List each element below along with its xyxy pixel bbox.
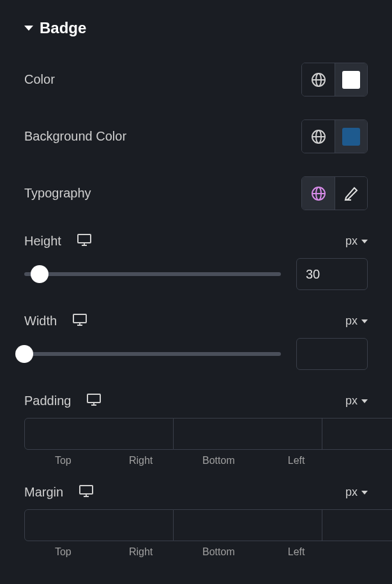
margin-unit-value: px bbox=[345, 486, 358, 499]
width-unit-value: px bbox=[345, 314, 358, 328]
margin-right-label: Right bbox=[102, 546, 180, 558]
section-title: Badge bbox=[40, 19, 86, 37]
desktop-icon[interactable] bbox=[86, 393, 102, 409]
width-unit-select[interactable]: px bbox=[345, 314, 368, 328]
svg-rect-16 bbox=[87, 394, 100, 403]
padding-unit-value: px bbox=[345, 394, 358, 408]
section-toggle[interactable]: Badge bbox=[24, 19, 368, 37]
color-swatch-button[interactable] bbox=[335, 63, 367, 96]
padding-right-input[interactable] bbox=[174, 418, 322, 450]
width-slider-thumb[interactable] bbox=[15, 345, 33, 363]
color-swatch bbox=[342, 71, 360, 89]
bgcolor-global-button[interactable] bbox=[302, 120, 335, 153]
margin-bottom-label: Bottom bbox=[180, 546, 258, 558]
chevron-down-icon bbox=[361, 399, 368, 403]
padding-unit-select[interactable]: px bbox=[345, 394, 368, 408]
height-slider-thumb[interactable] bbox=[31, 265, 49, 283]
padding-bottom-label: Bottom bbox=[180, 455, 258, 466]
margin-label: Margin bbox=[24, 485, 63, 500]
padding-section: Padding px Top Right Bottom Left bbox=[24, 393, 368, 466]
bgcolor-swatch bbox=[342, 128, 360, 146]
height-unit-select[interactable]: px bbox=[345, 234, 368, 248]
chevron-down-icon bbox=[361, 319, 368, 323]
chevron-down-icon bbox=[361, 491, 368, 495]
chevron-down-icon bbox=[24, 26, 33, 31]
height-unit-value: px bbox=[345, 234, 358, 248]
height-input[interactable] bbox=[296, 258, 368, 290]
color-label: Color bbox=[24, 72, 55, 87]
bgcolor-controls bbox=[301, 119, 368, 153]
margin-top-input[interactable] bbox=[24, 509, 174, 541]
svg-rect-19 bbox=[80, 486, 93, 494]
margin-bottom-input[interactable] bbox=[322, 509, 392, 541]
width-section: Width px bbox=[24, 313, 368, 370]
bgcolor-row: Background Color bbox=[24, 119, 368, 153]
svg-rect-10 bbox=[78, 234, 91, 243]
desktop-icon[interactable] bbox=[79, 484, 94, 500]
width-input[interactable] bbox=[296, 338, 368, 370]
padding-bottom-input[interactable] bbox=[322, 418, 392, 450]
height-slider[interactable] bbox=[24, 272, 281, 276]
typography-label: Typography bbox=[24, 186, 91, 201]
margin-unit-select[interactable]: px bbox=[345, 486, 368, 499]
typography-row: Typography bbox=[24, 176, 368, 210]
width-slider[interactable] bbox=[24, 352, 281, 356]
margin-right-input[interactable] bbox=[174, 509, 322, 541]
padding-top-label: Top bbox=[24, 455, 102, 466]
typography-global-button[interactable] bbox=[302, 177, 335, 210]
padding-label: Padding bbox=[24, 394, 71, 408]
color-controls bbox=[301, 63, 368, 96]
color-global-button[interactable] bbox=[302, 63, 335, 96]
bgcolor-label: Background Color bbox=[24, 129, 126, 144]
padding-left-label: Left bbox=[257, 455, 335, 466]
height-section: Height px bbox=[24, 233, 368, 290]
padding-top-input[interactable] bbox=[24, 418, 174, 450]
margin-left-label: Left bbox=[257, 546, 335, 558]
margin-section: Margin px Top Right Bottom Left bbox=[24, 484, 368, 558]
typography-edit-button[interactable] bbox=[335, 177, 367, 210]
padding-right-label: Right bbox=[102, 455, 180, 466]
chevron-down-icon bbox=[361, 240, 368, 243]
height-label: Height bbox=[24, 234, 61, 249]
desktop-icon[interactable] bbox=[77, 233, 92, 249]
desktop-icon[interactable] bbox=[72, 313, 87, 329]
width-label: Width bbox=[24, 314, 57, 328]
color-row: Color bbox=[24, 63, 368, 96]
bgcolor-swatch-button[interactable] bbox=[335, 120, 367, 153]
margin-top-label: Top bbox=[24, 546, 102, 558]
svg-rect-13 bbox=[73, 314, 86, 323]
typography-controls bbox=[301, 176, 368, 210]
